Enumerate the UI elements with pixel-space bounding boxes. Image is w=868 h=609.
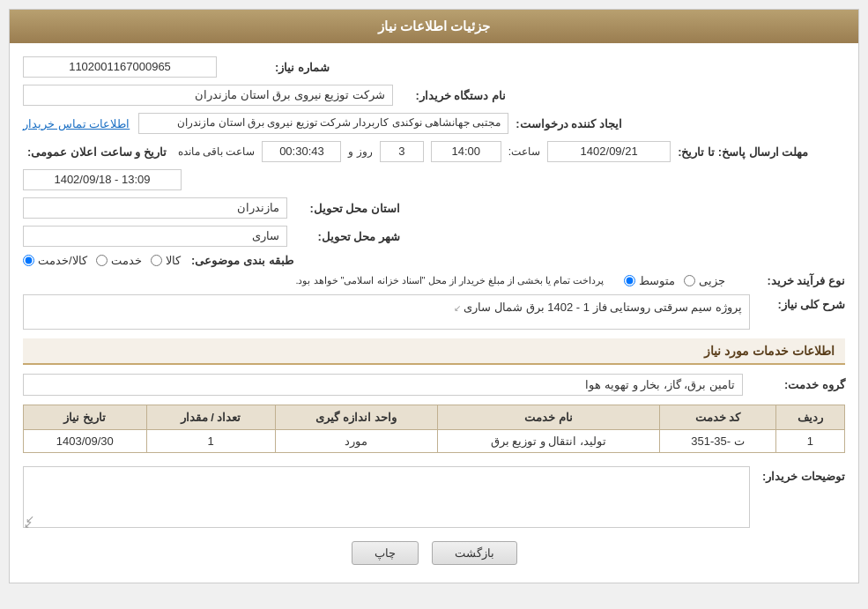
resize-handle: ↙ [454,303,461,310]
service-group-label: گروه خدمت: [757,378,845,391]
notes-resize-handle: ↙ [26,518,33,525]
announce-value: 1402/09/18 - 13:09 [23,169,182,190]
need-description-text: پروژه سیم سرقتی روستایی فاز 1 - 1402 برق… [464,301,742,314]
buyer-notes-section: توضیحات خریدار: ↙ [23,466,845,528]
category-option-goods[interactable]: کالا [151,254,181,267]
panel-header: جزئیات اطلاعات نیاز [10,10,858,43]
cell-quantity: 1 [146,430,275,453]
service-group-row: گروه خدمت: تامین برق، گاز، بخار و تهویه … [23,374,845,396]
category-option-both[interactable]: کالا/خدمت [23,254,87,267]
deadline-days: 3 [380,141,424,162]
deadline-time: 14:00 [431,141,501,162]
buttons-row: بازگشت چاپ [23,541,845,565]
category-both-radio[interactable] [23,255,34,266]
panel-title: جزئیات اطلاعات نیاز [378,19,490,33]
need-number-row: شماره نیاز: 1102001167000965 [23,56,845,78]
deadline-row: مهلت ارسال پاسخ: تا تاریخ: 1402/09/21 سا… [23,141,845,190]
cell-unit: مورد [275,430,437,453]
buyer-notes-label: توضیحات خریدار: [757,466,845,483]
services-table: ردیف کد خدمت نام خدمت واحد اندازه گیری ت… [23,405,845,453]
category-row: طبقه بندی موضوعی: کالا خدمت کالا/خدمت [23,254,845,267]
cell-row-num: 1 [775,430,844,453]
deadline-label: مهلت ارسال پاسخ: تا تاریخ: [678,145,808,159]
province-label: استان محل تحویل: [294,202,400,215]
buyer-name-value: شرکت توزیع نیروی برق استان مازندران [23,85,393,106]
buyer-name-row: نام دستگاه خریدار: شرکت توزیع نیروی برق … [23,85,845,106]
buyer-notes-box[interactable]: ↙ [23,466,750,528]
purchase-type-note: پرداخت تمام یا بخشی از مبلغ خریدار از مح… [23,275,604,286]
category-both-label: کالا/خدمت [38,254,87,267]
city-value: ساری [23,226,287,247]
col-unit: واحد اندازه گیری [275,405,437,430]
deadline-remaining-label: ساعت باقی مانده [178,145,256,158]
purchase-type-partial[interactable]: جزیی [684,274,725,287]
category-goods-label: کالا [166,254,181,267]
need-description-value: پروژه سیم سرقتی روستایی فاز 1 - 1402 برق… [23,294,750,330]
services-table-header: ردیف کد خدمت نام خدمت واحد اندازه گیری ت… [24,405,845,430]
deadline-remaining: 00:30:43 [262,141,341,162]
deadline-time-label: ساعت: [508,145,540,158]
contact-link[interactable]: اطلاعات تماس خریدار [23,117,130,130]
need-description-label: شرح کلی نیاز: [757,294,845,311]
requester-row: ایجاد کننده درخواست: مجتبی جهانشاهی نوکن… [23,113,845,134]
requester-value: مجتبی جهانشاهی نوکندی کاربردار شرکت توزی… [138,113,508,134]
purchase-type-label: نوع فرآیند خرید: [739,274,845,287]
print-button[interactable]: چاپ [352,541,419,565]
back-button[interactable]: بازگشت [432,541,517,565]
table-row: 1 ت -35-351 تولید، انتقال و توزیع برق مو… [24,430,845,453]
purchase-type-medium-label: متوسط [639,274,675,287]
category-service-label: خدمت [111,254,142,267]
category-service-radio[interactable] [96,255,108,266]
category-option-service[interactable]: خدمت [96,254,142,267]
buyer-name-label: نام دستگاه خریدار: [400,89,506,102]
purchase-type-medium[interactable]: متوسط [624,274,675,287]
purchase-type-medium-radio[interactable] [624,275,635,286]
col-service-name: نام خدمت [437,405,659,430]
need-description-section: شرح کلی نیاز: پروژه سیم سرقتی روستایی فا… [23,294,845,330]
cell-need-date: 1403/09/30 [24,430,147,453]
service-group-value: تامین برق، گاز، بخار و تهویه هوا [23,374,743,396]
category-radio-group: کالا خدمت کالا/خدمت [23,254,181,267]
need-number-value: 1102001167000965 [23,56,217,78]
col-quantity: تعداد / مقدار [146,405,275,430]
deadline-days-label: روز و [348,145,372,158]
col-row-num: ردیف [775,405,844,430]
col-service-code: کد خدمت [660,405,776,430]
category-label: طبقه بندی موضوعی: [188,254,293,267]
city-row: شهر محل تحویل: ساری [23,226,845,247]
need-number-label: شماره نیاز: [224,61,330,74]
services-section-title: اطلاعات خدمات مورد نیاز [23,338,845,365]
purchase-type-row: نوع فرآیند خرید: جزیی متوسط پرداخت تمام … [23,274,845,287]
deadline-date: 1402/09/21 [547,141,671,162]
province-value: مازندران [23,197,287,219]
cell-service-name: تولید، انتقال و توزیع برق [437,430,659,453]
city-label: شهر محل تحویل: [294,230,400,243]
category-goods-radio[interactable] [151,255,162,266]
purchase-type-partial-radio[interactable] [684,275,695,286]
province-row: استان محل تحویل: مازندران [23,197,845,219]
col-need-date: تاریخ نیاز [24,405,147,430]
cell-service-code: ت -35-351 [660,430,776,453]
purchase-type-partial-label: جزیی [699,274,725,287]
purchase-type-radio-group: جزیی متوسط [624,274,725,287]
announce-label: تاریخ و ساعت اعلان عمومی: [27,145,167,159]
requester-label: ایجاد کننده درخواست: [516,117,622,130]
